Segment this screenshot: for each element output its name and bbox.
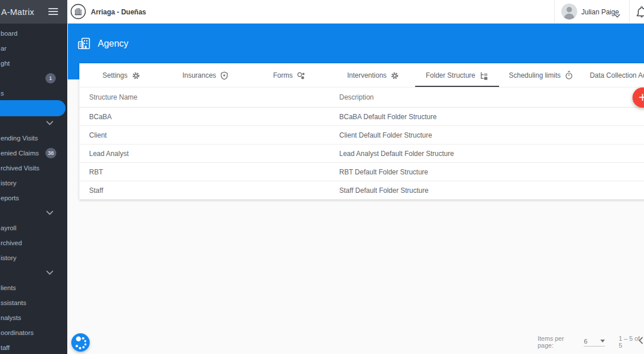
sidebar-item-label: ending Visits bbox=[1, 135, 38, 142]
sidebar-item-ar[interactable]: ar bbox=[0, 41, 67, 56]
sidebar-item-nalysts[interactable]: nalysts bbox=[0, 310, 67, 325]
timer-icon bbox=[565, 71, 573, 80]
sidebar-item-board[interactable]: board bbox=[0, 26, 67, 41]
tab-interventions[interactable]: Interventions bbox=[331, 63, 415, 87]
shield-icon bbox=[220, 71, 228, 80]
table-row[interactable]: RBTRBT Default Folder Structure bbox=[79, 163, 644, 181]
tab-label: Forms bbox=[273, 71, 293, 79]
sidebar-item-istory[interactable]: istory bbox=[0, 176, 67, 191]
top-bar: A-Matrix Arriaga - Dueñas Julian Paige bbox=[0, 0, 644, 24]
topbar-divider bbox=[554, 0, 555, 24]
cell-structure-name: Lead Analyst bbox=[89, 144, 129, 163]
sidebar-item-taff[interactable]: taff bbox=[0, 340, 67, 354]
table-row[interactable]: BCaBABCaBA Default Folder Structure bbox=[79, 108, 644, 126]
sidebar-item-oordinators[interactable]: oordinators bbox=[0, 325, 67, 340]
user-menu-name[interactable]: Julian Paige bbox=[581, 8, 619, 16]
clinic-logo-icon bbox=[70, 3, 86, 20]
tab-label: Folder Structure bbox=[425, 71, 475, 79]
sidebar-item-ssistants[interactable]: ssistants bbox=[0, 295, 67, 310]
gear-icon bbox=[390, 71, 399, 80]
tab-label: Scheduling limits bbox=[509, 71, 561, 79]
table-row[interactable]: StaffStaff Default Folder Structure bbox=[79, 181, 644, 200]
bubbles-icon bbox=[297, 71, 305, 80]
column-description: Description bbox=[339, 87, 374, 108]
gear-icon bbox=[132, 71, 140, 80]
cell-structure-name: Staff bbox=[89, 181, 103, 200]
tab-forms[interactable]: Forms bbox=[247, 63, 331, 87]
sidebar-section-chevron-icon[interactable] bbox=[46, 116, 54, 131]
sidebar-section-chevron-icon[interactable] bbox=[46, 265, 54, 280]
sidebar-item-label: ar bbox=[1, 45, 6, 52]
sidebar-item-label: oordinators bbox=[1, 329, 34, 336]
sidebar-section-chevron-icon[interactable] bbox=[46, 205, 54, 220]
page-title: Agency bbox=[98, 39, 128, 49]
sidebar-item-3[interactable]: 1 bbox=[0, 71, 67, 86]
sidebar-item-label: rchived bbox=[1, 239, 22, 246]
table-body: BCaBABCaBA Default Folder StructureClien… bbox=[79, 108, 644, 200]
sidebar-item-label: ght bbox=[1, 60, 10, 67]
cell-structure-name: BCaBA bbox=[89, 108, 112, 126]
items-per-page-value: 6 bbox=[584, 338, 587, 345]
sidebar-badge: 1 bbox=[45, 73, 56, 83]
sidebar-item-label: taff bbox=[1, 344, 10, 351]
active-tab-indicator bbox=[415, 86, 499, 87]
table-row[interactable]: Lead AnalystLead Analyst Default Folder … bbox=[79, 144, 644, 163]
sidebar-item-active[interactable] bbox=[0, 100, 66, 116]
brand-block: A-Matrix bbox=[0, 0, 67, 24]
sidebar-item-label: board bbox=[1, 30, 17, 37]
sidebar-item-enied-claims[interactable]: enied Claims38 bbox=[0, 146, 67, 161]
sidebar-item-ght[interactable]: ght bbox=[0, 56, 67, 71]
cell-structure-name: RBT bbox=[89, 163, 103, 181]
sidebar-item-rchived-visits[interactable]: rchived Visits bbox=[0, 161, 67, 176]
sidebar-item-label: rchived Visits bbox=[1, 165, 40, 172]
tab-settings[interactable]: Settings bbox=[79, 63, 163, 87]
sidebar-item-lients[interactable]: lients bbox=[0, 280, 67, 295]
folder-structure-card: SettingsInsurancesFormsInterventionsFold… bbox=[79, 63, 644, 200]
paginator: Items per page: 6 1 – 5 of 5 bbox=[538, 335, 644, 349]
cell-structure-name: Client bbox=[89, 126, 107, 144]
notifications-bell-icon[interactable] bbox=[636, 6, 644, 21]
tree-icon bbox=[480, 71, 489, 80]
sidebar-item-ayroll[interactable]: ayroll bbox=[0, 220, 67, 235]
chevron-down-icon[interactable] bbox=[614, 10, 620, 20]
sidebar-item-label: enied Claims bbox=[1, 150, 39, 157]
tab-insurances[interactable]: Insurances bbox=[163, 63, 247, 87]
previous-page-button[interactable] bbox=[638, 336, 643, 347]
tab-label: Insurances bbox=[182, 71, 216, 79]
sidebar-badge: 38 bbox=[45, 148, 56, 158]
select-caret-icon bbox=[600, 340, 605, 342]
sidebar-item-s[interactable]: s bbox=[0, 86, 67, 101]
sidebar-item-label: istory bbox=[1, 254, 16, 261]
topbar-divider bbox=[629, 0, 630, 24]
tab-label: Settings bbox=[102, 71, 127, 79]
sidebar-item-ending-visits[interactable]: ending Visits bbox=[0, 131, 67, 146]
sidebar-item-label: nalysts bbox=[1, 314, 21, 321]
cell-description: Client Default Folder Structure bbox=[339, 126, 432, 144]
sidebar-item-label: s bbox=[1, 90, 4, 97]
brand-logo: A-Matrix bbox=[1, 7, 34, 17]
sidebar-item-rchived[interactable]: rchived bbox=[0, 235, 67, 250]
table-row[interactable]: ClientClient Default Folder Structure bbox=[79, 126, 644, 144]
tab-label: Interventions bbox=[347, 71, 387, 79]
user-avatar[interactable] bbox=[561, 3, 577, 20]
sidebar-item-label: ayroll bbox=[1, 224, 16, 231]
sidebar-item-istory[interactable]: istory bbox=[0, 250, 67, 265]
menu-toggle-button[interactable] bbox=[48, 8, 58, 16]
tab-folder-structure[interactable]: Folder Structure bbox=[415, 63, 499, 87]
items-per-page-select[interactable]: 6 bbox=[584, 338, 605, 347]
cell-description: RBT Default Folder Structure bbox=[339, 163, 428, 181]
column-structure-name: Structure Name bbox=[89, 87, 137, 108]
sidebar-item-eports[interactable]: eports bbox=[0, 191, 67, 205]
sidebar-nav: boardarght1sending Visitsenied Claims38r… bbox=[0, 24, 67, 354]
clinic-name: Arriaga - Dueñas bbox=[91, 8, 146, 16]
tab-scheduling-limits[interactable]: Scheduling limits bbox=[499, 63, 583, 87]
cell-description: Staff Default Folder Structure bbox=[339, 181, 428, 200]
sidebar-item-label: lients bbox=[1, 284, 16, 291]
cell-description: BCaBA Default Folder Structure bbox=[339, 108, 436, 126]
tab-bar: SettingsInsurancesFormsInterventionsFold… bbox=[79, 63, 644, 87]
buildings-icon bbox=[76, 36, 92, 54]
tab-data-collection-access[interactable]: Data Collection Access bbox=[583, 63, 644, 87]
table-header: Structure Name Description bbox=[79, 87, 644, 108]
chat-widget-button[interactable] bbox=[71, 333, 90, 352]
cell-description: Lead Analyst Default Folder Structure bbox=[339, 144, 454, 163]
